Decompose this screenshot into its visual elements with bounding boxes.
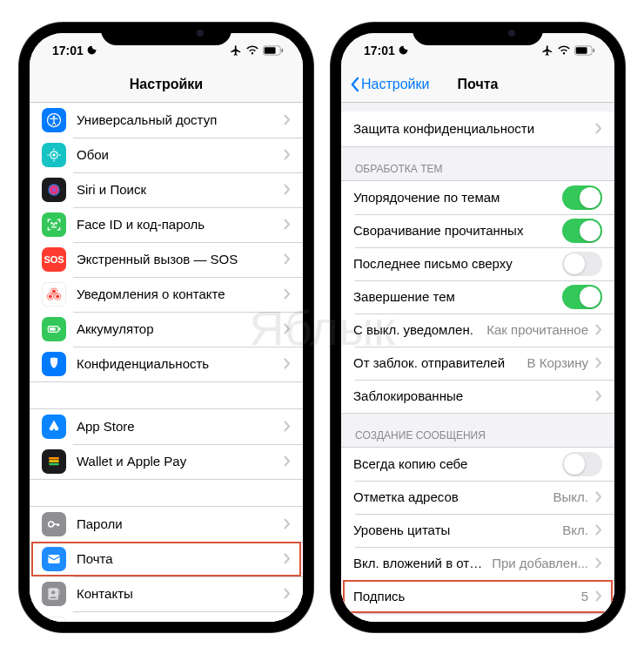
nav-title-right: Почта <box>458 77 499 92</box>
row-label: Почта <box>77 551 277 566</box>
mail-row[interactable]: Уровень цитатыВкл. <box>341 514 614 547</box>
toggle-switch[interactable] <box>562 219 602 243</box>
phone-frame-left: 17:01 Настройки Универсальный доступОбои… <box>19 23 313 632</box>
settings-row-calendar[interactable]: 8Календарь <box>30 611 303 622</box>
mail-row[interactable]: Упорядочение по темам <box>341 181 614 214</box>
chevron-right-icon <box>284 219 291 230</box>
svg-rect-24 <box>49 460 59 462</box>
mail-row[interactable]: С выкл. уведомлен.Как прочитанное <box>341 314 614 347</box>
chevron-right-icon <box>284 114 291 125</box>
appstore-icon <box>42 415 66 439</box>
row-label: App Store <box>77 419 277 434</box>
chevron-right-icon <box>595 557 602 569</box>
row-detail: Как прочитанное <box>486 322 588 337</box>
settings-row-exposure[interactable]: Уведомления о контакте <box>30 277 303 312</box>
settings-row-wallet[interactable]: Wallet и Apple Pay <box>30 444 303 479</box>
chevron-right-icon <box>284 323 291 334</box>
row-label: Уровень цитаты <box>353 523 559 537</box>
section-header: СОЗДАНИЕ СООБЩЕНИЯ <box>341 414 614 447</box>
mail-row[interactable]: Всегда копию себе <box>341 448 614 481</box>
chevron-right-icon <box>284 149 291 160</box>
settings-row-accessibility[interactable]: Универсальный доступ <box>30 103 303 138</box>
wallpaper-icon <box>42 143 66 167</box>
row-label: Siri и Поиск <box>77 182 277 197</box>
svg-point-15 <box>49 294 52 298</box>
svg-point-12 <box>51 222 52 223</box>
row-label: Уведомления о контакте <box>77 287 277 301</box>
exposure-icon <box>42 282 66 307</box>
row-label: Защита конфиденциальности <box>353 121 588 136</box>
back-label: Настройки <box>361 77 429 92</box>
row-label: Упорядочение по темам <box>353 190 562 205</box>
siri-icon <box>42 178 66 202</box>
nav-title-left: Настройки <box>130 77 203 92</box>
toggle-switch[interactable] <box>562 252 602 276</box>
mail-row[interactable]: Вкл. вложений в ответПри добавлен... <box>341 547 614 580</box>
settings-row-battery[interactable]: Аккумулятор <box>30 312 303 347</box>
row-label: С выкл. уведомлен. <box>353 322 483 337</box>
back-button[interactable]: Настройки <box>350 77 429 92</box>
settings-row-appstore[interactable]: App Store <box>30 409 303 444</box>
nav-bar-right: Настройки Почта <box>341 68 614 103</box>
svg-point-31 <box>51 590 55 594</box>
mail-row[interactable]: Отметка адресовВыкл. <box>341 481 614 514</box>
nav-bar-left: Настройки <box>30 68 303 103</box>
svg-rect-1 <box>265 47 276 54</box>
airplane-icon <box>541 44 553 57</box>
settings-list[interactable]: Универсальный доступОбоиSiri и ПоискFace… <box>30 103 303 622</box>
row-label: Последнее письмо сверху <box>353 256 562 271</box>
row-label: Сворачивание прочитанных <box>353 223 562 238</box>
svg-point-6 <box>52 153 55 156</box>
mail-row[interactable]: Сворачивание прочитанных <box>341 214 614 247</box>
settings-row-siri[interactable]: Siri и Поиск <box>30 172 303 207</box>
mail-row[interactable]: Подпись5 <box>341 580 614 613</box>
mail-row[interactable]: От заблок. отправителейВ Корзину <box>341 347 614 380</box>
passwords-icon <box>42 512 66 536</box>
chevron-right-icon <box>284 358 291 369</box>
chevron-right-icon <box>595 590 602 602</box>
settings-row-mail[interactable]: Почта <box>30 542 303 576</box>
wifi-icon <box>245 45 259 56</box>
settings-row-passwords[interactable]: Пароли <box>30 507 303 542</box>
mail-settings-list[interactable]: Защита конфиденциальностиОБРАБОТКА ТЕМУп… <box>341 103 614 622</box>
svg-point-14 <box>52 289 56 293</box>
chevron-right-icon <box>284 588 291 599</box>
chevron-right-icon <box>284 455 291 467</box>
row-label: Wallet и Apple Pay <box>77 454 277 469</box>
sos-icon: SOS <box>42 247 66 272</box>
toggle-switch[interactable] <box>562 285 602 309</box>
toggle-switch[interactable] <box>562 452 602 476</box>
svg-rect-44 <box>593 48 594 51</box>
svg-rect-21 <box>59 327 61 330</box>
row-label: Отметка адресов <box>353 489 550 504</box>
do-not-disturb-icon <box>86 44 97 56</box>
row-label: Завершение тем <box>353 289 562 304</box>
svg-point-26 <box>49 522 54 527</box>
mail-row[interactable]: Завершение тем <box>341 280 614 314</box>
svg-point-16 <box>56 294 59 298</box>
settings-row-privacy[interactable]: Конфиденциальность <box>30 347 303 381</box>
battery-icon <box>42 317 66 341</box>
screen-right: 17:01 Настройки Почта Защита конфиденциа… <box>341 33 614 622</box>
row-detail: Выкл. <box>553 489 588 504</box>
settings-row-sos[interactable]: SOSЭкстренный вызов — SOS <box>30 242 303 277</box>
do-not-disturb-icon <box>398 44 409 56</box>
toggle-switch[interactable] <box>562 185 602 210</box>
row-detail: При добавлен... <box>492 556 588 570</box>
chevron-right-icon <box>284 518 291 529</box>
mail-row[interactable]: Заблокированные <box>341 380 614 413</box>
svg-point-4 <box>53 116 56 118</box>
settings-row-faceid[interactable]: Face ID и код-пароль <box>30 207 303 242</box>
wifi-icon <box>557 45 571 56</box>
chevron-right-icon <box>595 324 602 335</box>
settings-row-contacts[interactable]: Контакты <box>30 576 303 611</box>
row-detail: 5 <box>581 589 588 603</box>
chevron-right-icon <box>595 491 602 502</box>
settings-row-wallpaper[interactable]: Обои <box>30 138 303 172</box>
privacy-protection-row[interactable]: Защита конфиденциальности <box>341 111 614 146</box>
calendar-icon: 8 <box>42 617 66 622</box>
mail-row[interactable]: Уч. зап. по умолчанию <box>341 613 614 622</box>
status-time: 17:01 <box>364 44 395 57</box>
mail-row[interactable]: Последнее письмо сверху <box>341 247 614 280</box>
notch <box>413 23 543 45</box>
